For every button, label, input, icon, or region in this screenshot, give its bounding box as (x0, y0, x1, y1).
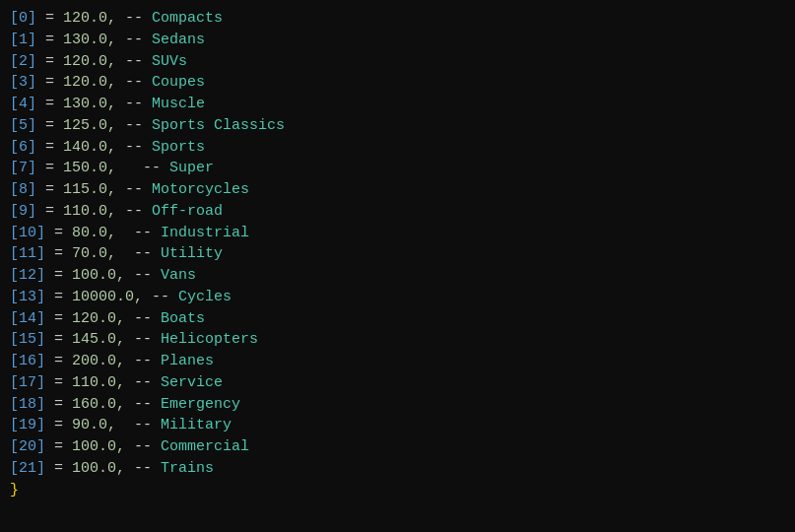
entry-index: [21] (10, 458, 45, 480)
list-item: [6] = 140.0, -- Sports (10, 137, 785, 159)
entry-index: [13] (10, 287, 45, 308)
entry-category: Coupes (152, 72, 205, 94)
entry-index: [16] (10, 351, 45, 372)
entry-comment: -- (116, 243, 161, 265)
entry-value: 125.0, (63, 115, 116, 137)
entry-value: 120.0, (72, 308, 125, 330)
entry-comment: -- (116, 94, 152, 115)
entry-category: Muscle (152, 94, 205, 115)
list-item: [21] = 100.0, -- Trains (10, 458, 785, 480)
entry-value: 120.0, (63, 51, 116, 73)
list-item: [1] = 130.0, -- Sedans (10, 30, 785, 51)
list-item: [4] = 130.0, -- Muscle (10, 94, 785, 115)
entry-value: 150.0, (63, 158, 116, 179)
list-item: [2] = 120.0, -- SUVs (10, 51, 785, 73)
list-item: [8] = 115.0, -- Motorcycles (10, 179, 785, 201)
entry-comment: -- (125, 372, 161, 394)
entry-comment: -- (143, 287, 178, 308)
entry-value: 130.0, (63, 30, 116, 51)
entry-index: [18] (10, 394, 45, 416)
entry-comment: -- (125, 308, 161, 330)
entry-equals: = (36, 30, 63, 51)
entry-index: [17] (10, 372, 45, 394)
entry-category: Industrial (161, 223, 249, 244)
entry-category: Motorcycles (152, 179, 249, 201)
entry-value: 120.0, (63, 72, 116, 94)
list-item: [17] = 110.0, -- Service (10, 372, 785, 394)
code-block: [0] = 120.0, -- Compacts[1] = 130.0, -- … (10, 8, 785, 500)
entry-equals: = (45, 265, 72, 287)
entry-category: Service (161, 372, 223, 394)
entry-comment: -- (116, 179, 152, 201)
entry-category: Planes (161, 351, 214, 372)
entry-index: [5] (10, 115, 36, 137)
entry-value: 140.0, (63, 137, 116, 159)
list-item: [19] = 90.0, -- Military (10, 415, 785, 436)
entry-equals: = (45, 351, 72, 372)
entry-category: SUVs (152, 51, 187, 73)
entry-comment: -- (116, 30, 152, 51)
entry-category: Sedans (152, 30, 205, 51)
entry-category: Emergency (161, 394, 240, 416)
entry-index: [9] (10, 201, 36, 223)
list-item: [18] = 160.0, -- Emergency (10, 394, 785, 416)
entry-comment: -- (125, 265, 161, 287)
entry-index: [1] (10, 30, 36, 51)
list-item: [0] = 120.0, -- Compacts (10, 8, 785, 30)
entry-comment: -- (116, 115, 152, 137)
entry-category: Commercial (161, 436, 249, 458)
entry-category: Compacts (152, 8, 223, 30)
entry-equals: = (36, 72, 63, 94)
list-item: [12] = 100.0, -- Vans (10, 265, 785, 287)
entry-value: 80.0, (72, 223, 116, 244)
entry-category: Trains (161, 458, 214, 480)
entry-equals: = (36, 94, 63, 115)
entry-value: 120.0, (63, 8, 116, 30)
entry-category: Utility (161, 243, 223, 265)
entry-value: 115.0, (63, 179, 116, 201)
entry-comment: -- (116, 8, 152, 30)
entry-comment: -- (116, 72, 152, 94)
entry-comment: -- (116, 51, 152, 73)
entry-index: [20] (10, 436, 45, 458)
entry-category: Vans (161, 265, 196, 287)
entry-category: Helicopters (161, 329, 258, 351)
list-item: [13] = 10000.0, -- Cycles (10, 287, 785, 308)
entry-equals: = (45, 372, 72, 394)
list-item: [10] = 80.0, -- Industrial (10, 223, 785, 244)
entry-comment: -- (125, 329, 161, 351)
entry-category: Cycles (178, 287, 232, 308)
entry-index: [2] (10, 51, 36, 73)
entry-equals: = (45, 287, 72, 308)
entry-comment: -- (125, 351, 161, 372)
entry-value: 110.0, (72, 372, 125, 394)
entry-index: [10] (10, 223, 45, 244)
entry-comment: -- (116, 223, 161, 244)
list-item: [3] = 120.0, -- Coupes (10, 72, 785, 94)
list-item: [11] = 70.0, -- Utility (10, 243, 785, 265)
entry-comment: -- (116, 201, 152, 223)
entry-comment: -- (125, 458, 161, 480)
entry-equals: = (45, 329, 72, 351)
entry-value: 160.0, (72, 394, 125, 416)
entry-equals: = (45, 436, 72, 458)
entry-equals: = (36, 179, 63, 201)
entry-value: 110.0, (63, 201, 116, 223)
entry-index: [11] (10, 243, 45, 265)
entry-index: [19] (10, 415, 45, 436)
entry-comment: -- (116, 415, 161, 436)
entry-category: Super (169, 158, 214, 179)
entry-index: [14] (10, 308, 45, 330)
entry-index: [4] (10, 94, 36, 115)
closing-brace: } (10, 480, 19, 501)
entry-value: 200.0, (72, 351, 125, 372)
entry-index: [15] (10, 329, 45, 351)
entry-equals: = (36, 158, 63, 179)
list-item: [15] = 145.0, -- Helicopters (10, 329, 785, 351)
entry-equals: = (45, 243, 72, 265)
entry-value: 145.0, (72, 329, 125, 351)
entry-equals: = (45, 308, 72, 330)
list-item: [5] = 125.0, -- Sports Classics (10, 115, 785, 137)
entry-index: [3] (10, 72, 36, 94)
entry-comment: -- (116, 158, 169, 179)
